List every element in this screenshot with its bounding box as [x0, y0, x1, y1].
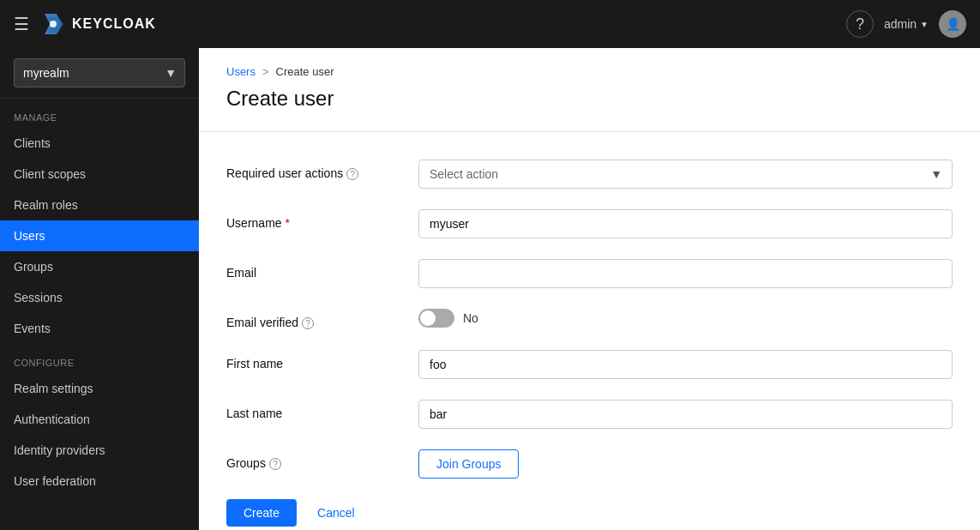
- client-scopes-label: Client scopes: [14, 167, 86, 181]
- sidebar: myrealm ▼ Manage Clients Client scopes R…: [0, 48, 199, 530]
- create-button[interactable]: Create: [226, 499, 297, 527]
- required-actions-select[interactable]: Select action: [418, 160, 953, 189]
- avatar[interactable]: 👤: [939, 10, 966, 38]
- sidebar-item-users[interactable]: Users: [0, 220, 199, 251]
- main-content: Users > Create user Create user Required…: [199, 48, 980, 530]
- username-label-col: Username *: [226, 209, 398, 230]
- required-actions-label-col: Required user actions ?: [226, 160, 398, 180]
- email-verified-label: Email verified: [226, 316, 298, 329]
- username-label: Username: [226, 216, 282, 230]
- sessions-label: Sessions: [14, 291, 63, 304]
- admin-label: admin: [884, 17, 917, 31]
- email-verified-no-label: No: [463, 311, 478, 325]
- email-input[interactable]: [418, 259, 953, 288]
- email-verified-toggle[interactable]: [418, 309, 454, 328]
- help-button[interactable]: ?: [846, 10, 874, 38]
- admin-caret-icon: ▼: [920, 20, 929, 29]
- join-groups-button[interactable]: Join Groups: [418, 449, 519, 479]
- sidebar-item-authentication[interactable]: Authentication: [0, 404, 199, 435]
- sidebar-item-client-scopes[interactable]: Client scopes: [0, 159, 199, 190]
- groups-label: Groups: [226, 456, 266, 470]
- clients-label: Clients: [14, 136, 51, 150]
- logo: KEYCLOAK: [39, 10, 156, 38]
- groups-help-icon[interactable]: ?: [269, 458, 281, 470]
- email-verified-help-icon[interactable]: ?: [302, 317, 314, 329]
- create-user-form: Required user actions ? Select action ▼ …: [199, 132, 980, 530]
- events-label: Events: [14, 322, 51, 335]
- email-label-col: Email: [226, 259, 398, 280]
- svg-point-2: [50, 21, 57, 27]
- keycloak-logo-icon: [39, 10, 67, 38]
- groups-label-col: Groups ?: [226, 449, 398, 470]
- cancel-button[interactable]: Cancel: [307, 499, 365, 527]
- admin-menu[interactable]: admin ▼: [884, 17, 929, 31]
- email-verified-control: No: [418, 309, 953, 328]
- sidebar-item-realm-roles[interactable]: Realm roles: [0, 190, 199, 220]
- toggle-knob: [420, 310, 436, 326]
- realm-dropdown[interactable]: myrealm: [14, 58, 185, 87]
- required-actions-row: Required user actions ? Select action ▼: [226, 160, 953, 189]
- sidebar-item-realm-settings[interactable]: Realm settings: [0, 373, 199, 404]
- top-navbar: ☰ KEYCLOAK ? admin ▼ 👤: [0, 0, 980, 48]
- first-name-control: [418, 350, 953, 379]
- email-row: Email: [226, 259, 953, 288]
- users-label: Users: [14, 229, 45, 243]
- sidebar-item-identity-providers[interactable]: Identity providers: [0, 435, 199, 466]
- email-label: Email: [226, 266, 256, 280]
- first-name-input[interactable]: [418, 350, 953, 379]
- required-actions-help-icon[interactable]: ?: [346, 168, 358, 180]
- email-verified-label-col: Email verified ?: [226, 309, 398, 329]
- form-actions: Create Cancel: [226, 499, 953, 527]
- breadcrumb: Users > Create user: [199, 48, 980, 87]
- last-name-row: Last name: [226, 400, 953, 429]
- username-required-marker: *: [286, 216, 290, 230]
- sidebar-item-sessions[interactable]: Sessions: [0, 282, 199, 313]
- breadcrumb-separator: >: [262, 65, 269, 78]
- authentication-label: Authentication: [14, 413, 90, 426]
- realm-settings-label: Realm settings: [14, 382, 93, 395]
- username-control: [418, 209, 953, 238]
- manage-section-label: Manage: [0, 99, 199, 128]
- first-name-label: First name: [226, 357, 283, 370]
- last-name-label: Last name: [226, 407, 282, 420]
- groups-label: Groups: [14, 260, 53, 274]
- help-icon: ?: [856, 15, 864, 33]
- avatar-initial: 👤: [946, 17, 960, 31]
- sidebar-item-clients[interactable]: Clients: [0, 128, 199, 159]
- groups-row: Groups ? Join Groups: [226, 449, 953, 479]
- email-control: [418, 259, 953, 288]
- required-actions-control: Select action ▼: [418, 160, 953, 189]
- first-name-label-col: First name: [226, 350, 398, 370]
- last-name-control: [418, 400, 953, 429]
- breadcrumb-users-link[interactable]: Users: [226, 65, 256, 78]
- required-actions-label: Required user actions: [226, 166, 343, 180]
- email-verified-row: Email verified ? No: [226, 309, 953, 329]
- user-federation-label: User federation: [14, 474, 96, 488]
- breadcrumb-current: Create user: [276, 65, 334, 78]
- sidebar-item-groups[interactable]: Groups: [0, 251, 199, 282]
- last-name-input[interactable]: [418, 400, 953, 429]
- username-input[interactable]: [418, 209, 953, 238]
- configure-section-label: Configure: [0, 344, 199, 373]
- sidebar-item-events[interactable]: Events: [0, 313, 199, 344]
- page-title: Create user: [199, 87, 980, 132]
- hamburger-menu-icon[interactable]: ☰: [14, 14, 29, 34]
- realm-selector: myrealm ▼: [0, 48, 199, 99]
- last-name-label-col: Last name: [226, 400, 398, 420]
- keycloak-logo-text: KEYCLOAK: [72, 16, 156, 32]
- groups-control: Join Groups: [418, 449, 953, 479]
- identity-providers-label: Identity providers: [14, 443, 105, 457]
- username-row: Username *: [226, 209, 953, 238]
- realm-roles-label: Realm roles: [14, 198, 78, 212]
- sidebar-item-user-federation[interactable]: User federation: [0, 466, 199, 497]
- first-name-row: First name: [226, 350, 953, 379]
